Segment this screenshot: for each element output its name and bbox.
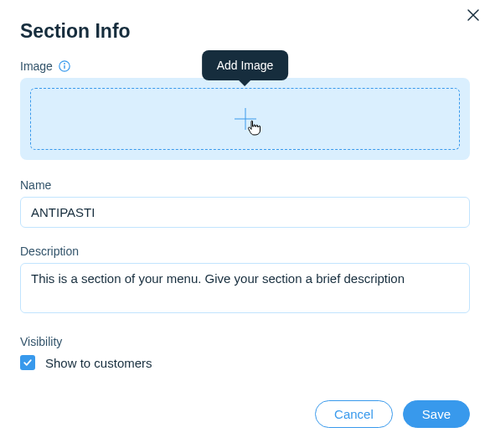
show-to-customers-checkbox[interactable] xyxy=(20,355,35,370)
svg-point-1 xyxy=(64,63,65,64)
cancel-button[interactable]: Cancel xyxy=(315,400,393,428)
image-upload-area xyxy=(20,78,470,160)
image-label: Image xyxy=(20,59,53,73)
modal-footer-buttons: Cancel Save xyxy=(315,400,470,428)
description-input[interactable] xyxy=(20,263,470,313)
add-image-dropzone[interactable] xyxy=(30,88,460,150)
name-input[interactable] xyxy=(20,197,470,228)
info-icon[interactable] xyxy=(58,59,71,73)
visibility-row: Show to customers xyxy=(20,355,470,370)
svg-rect-2 xyxy=(64,65,64,70)
visibility-label: Visibility xyxy=(20,335,470,348)
description-label: Description xyxy=(20,245,470,258)
section-info-modal: Section Info Image Add Image Name Descri… xyxy=(0,0,490,448)
save-button[interactable]: Save xyxy=(403,400,470,428)
name-label: Name xyxy=(20,178,470,192)
modal-title: Section Info xyxy=(20,20,470,43)
show-to-customers-label: Show to customers xyxy=(45,356,152,370)
add-image-tooltip: Add Image xyxy=(202,50,289,80)
plus-icon xyxy=(235,108,256,130)
close-icon[interactable] xyxy=(467,8,480,25)
